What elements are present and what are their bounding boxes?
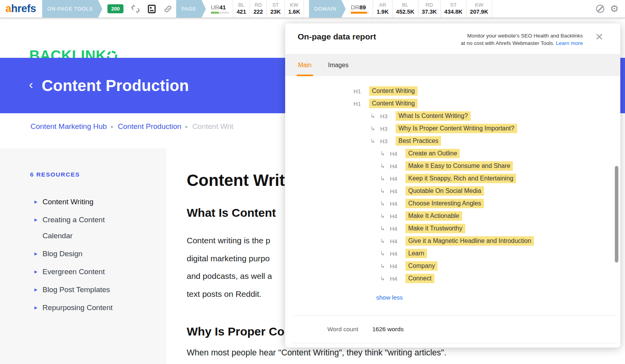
heading-tag: H1 [354,100,364,107]
report-icon[interactable] [147,4,156,14]
metric-label: RD [254,2,263,8]
heading-row: ↳H3Best Practices [285,135,620,147]
tab-domain[interactable]: DOMAIN [309,0,341,18]
heading-text: Give it a Magnetic Headline and Introduc… [405,236,534,246]
paragraph-line: text posts on Reddit. [187,285,272,303]
heading-text: Quotable On Social Media [405,186,484,196]
heading-text: Make it Trustworthy [405,224,465,233]
learn-more-link[interactable]: Learn more [556,40,583,46]
dr-bar [351,12,369,14]
promo-line1: Monitor your website's SEO Health and Ba… [467,33,583,39]
heading-row: ↳H4Connect [285,272,620,285]
heading-row: ↳H4Give it a Magnetic Headline and Intro… [285,235,620,247]
sidebar-item[interactable]: ▶Content Writing [34,194,132,210]
back-chevron-icon[interactable]: ‹ [29,78,33,93]
disable-icon[interactable] [596,5,604,13]
panel-promo: Monitor your website's SEO Health and Ba… [461,32,583,54]
heading-row: ↳H3What Is Content Writing? [285,110,620,122]
breadcrumb-item: Content Writ [192,122,233,131]
heading-tag: H4 [390,188,400,194]
heading-text: Content Writing [369,99,418,108]
panel-header: On-page data report Monitor your website… [285,23,620,54]
ur-rating[interactable]: UR41 [211,4,229,14]
page-metrics: BL421RD222ST23KKW1.6K [233,0,304,18]
heading-text: Content Writing [369,86,418,96]
tab-page[interactable]: PAGE [176,0,201,18]
on-page-data-report-panel: On-page data report Monitor your website… [285,23,620,348]
tab-on-page-tools[interactable]: ON-PAGE TOOLS [42,0,98,18]
paragraph-line: Content writing is the p [187,232,272,250]
heading-row: H1Content Writing [285,97,620,110]
heading-tag: H3 [380,125,390,132]
sidebar-item-label: Evergreen Content [43,264,105,280]
bullet-icon: ▶ [34,246,38,262]
metric-value: 1.9K [377,9,389,15]
metric-kw[interactable]: KW1.6K [284,0,304,18]
panel-scrollbar-thumb[interactable] [615,166,618,262]
word-count-label: Word count [327,326,372,333]
heading-text: Why Is Proper Content Writing Important? [396,124,517,133]
dr-bar-fill [351,12,367,14]
metric-kw[interactable]: KW207.9K [466,0,492,18]
sidebar-heading: 6 RESOURCES [30,171,80,178]
metric-label: ST [444,2,462,8]
sidebar-item-label: Blog Post Templates [43,282,110,298]
breadcrumb-item[interactable]: Content Production [118,122,181,131]
metric-bl[interactable]: BL421 [233,0,250,18]
heading-tag: H3 [380,113,390,120]
heading-text: Learn [405,249,427,258]
heading-structure-list: H1Content WritingH1Content Writing↳H3Wha… [285,85,620,285]
subheading-arrow-icon: ↳ [380,187,388,194]
metric-bl[interactable]: BL452.5K [392,0,418,18]
heading-tag: H4 [390,263,400,269]
breadcrumb-item[interactable]: Content Marketing Hub [30,122,107,131]
settings-gear-icon[interactable]: ⚙ [610,4,619,14]
dr-rating[interactable]: DR89 [351,4,369,14]
metric-value: 207.9K [470,9,488,15]
metric-ar[interactable]: AR1.9K [373,0,392,18]
sidebar-item[interactable]: ▶Blog Design [34,246,132,262]
metric-st[interactable]: ST434.8K [440,0,466,18]
metric-rd[interactable]: RD37.3K [418,0,441,18]
article-title: Content Writ [187,171,285,190]
http-status-badge[interactable]: 200 [107,4,124,13]
heading-text: Create an Outline [405,149,460,158]
tab-images[interactable]: Images [328,54,348,76]
subheading-arrow-icon: ↳ [380,162,388,170]
article-paragraph: Content writing is the pdigital marketin… [187,232,272,303]
heading-row: ↳H4Company [285,260,620,272]
sidebar-item[interactable]: ▶Creating a Content Calendar [34,212,132,244]
sidebar-item[interactable]: ▶Blog Post Templates [34,282,132,298]
link-icon[interactable] [163,4,173,14]
breadcrumb-separator-icon: ▸ [186,124,188,129]
metric-rd[interactable]: RD222 [250,0,266,18]
word-count-row: Word count 1626 words [293,315,616,343]
metric-value: 1.6K [288,9,300,15]
heading-text: Make It Actionable [405,211,462,221]
sidebar-item[interactable]: ▶Evergreen Content [34,264,132,280]
hero-title: Content Production [42,77,189,95]
breadcrumb-separator-icon: ▸ [111,124,113,129]
metric-label: BL [237,2,246,8]
metric-value: 434.8K [444,9,462,15]
sidebar-item[interactable]: ▶Repurposing Content [34,300,132,316]
metric-st[interactable]: ST23K [266,0,284,18]
bullet-icon: ▶ [34,212,38,244]
subheading-arrow-icon: ↳ [380,250,388,257]
domain-metrics: AR1.9KBL452.5KRD37.3KST434.8KKW207.9K [373,0,492,18]
heading-row: ↳H4Create an Outline [285,147,620,160]
subheading-arrow-icon: ↳ [370,137,378,145]
tab-main[interactable]: Main [298,54,312,76]
show-less-link[interactable]: show less [376,294,403,301]
broken-link-icon[interactable] [131,4,140,14]
heading-row: ↳H4Keep it Snappy, Rich and Entertaining [285,172,620,185]
heading-row: ↳H4Make it Trustworthy [285,222,620,235]
close-icon[interactable]: × [595,30,603,43]
heading-row: ↳H4Make It Actionable [285,210,620,222]
panel-title: On-page data report [298,32,376,54]
heading-tag: H3 [380,138,390,145]
ahrefs-logo[interactable]: ahrefs [5,3,36,15]
dr-value: 89 [359,4,366,11]
heading-text: Best Practices [396,136,441,146]
sidebar-item-label: Creating a Content Calendar [43,212,132,244]
